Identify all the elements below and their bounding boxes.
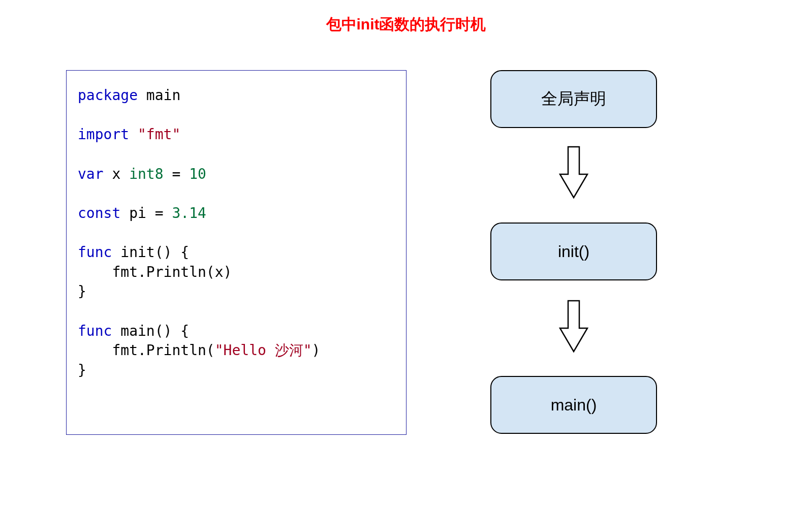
keyword-func: func [78, 323, 112, 339]
arrow-down-icon [558, 145, 589, 201]
code-text: fmt.Println( [78, 342, 215, 359]
string-literal: "Hello 沙河" [215, 342, 312, 359]
flow-step-global-declaration: 全局声明 [490, 70, 657, 128]
code-text: x [104, 166, 130, 182]
keyword-const: const [78, 205, 120, 221]
number-literal: 3.14 [172, 205, 206, 221]
keyword-var: var [78, 166, 104, 182]
code-text: main [138, 87, 180, 104]
keyword-package: package [78, 87, 138, 104]
code-text: } [78, 283, 86, 300]
code-text: } [78, 362, 86, 378]
diagram-title: 包中init函数的执行时机 [326, 14, 486, 35]
code-text: init() { [112, 244, 189, 261]
number-literal: 10 [189, 166, 206, 182]
code-text: = [164, 166, 190, 182]
code-text: ) [312, 342, 321, 359]
code-text: fmt.Println(x) [78, 264, 232, 280]
code-text [129, 126, 138, 143]
flow-step-main: main() [490, 376, 657, 434]
flow-step-init: init() [490, 223, 657, 280]
code-text: main() { [112, 323, 189, 339]
code-block: package main import "fmt" var x int8 = 1… [66, 70, 407, 435]
code-text: pi = [120, 205, 172, 221]
keyword-func: func [78, 244, 112, 261]
keyword-import: import [78, 126, 129, 143]
string-literal: "fmt" [138, 126, 180, 143]
arrow-down-icon [558, 299, 589, 355]
type-name: int8 [129, 166, 163, 182]
